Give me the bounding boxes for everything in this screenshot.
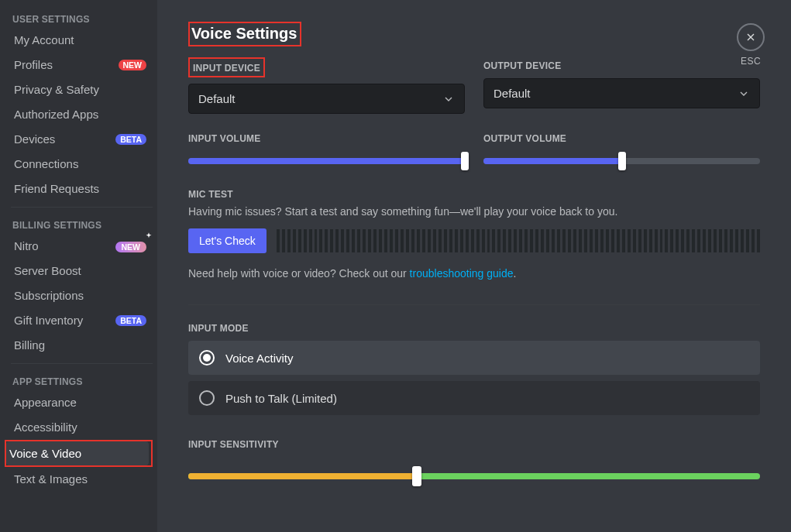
highlight-annotation: Voice & Video: [5, 440, 153, 467]
sidebar-item-label: Voice & Video: [9, 447, 81, 460]
sidebar-item-label: Privacy & Safety: [14, 83, 99, 96]
radio-icon: [199, 390, 215, 406]
sidebar-item-voice-video[interactable]: Voice & Video: [6, 441, 149, 465]
help-text-pre: Need help with voice or video? Check out…: [188, 267, 410, 280]
sidebar-item-gift-inventory[interactable]: Gift Inventory BETA: [11, 308, 153, 332]
sidebar-item-label: Text & Images: [14, 472, 88, 486]
sidebar-item-label: Gift Inventory: [14, 314, 83, 327]
sidebar-item-label: Accessibility: [14, 420, 77, 434]
sidebar-item-label: Devices: [14, 132, 55, 146]
chevron-down-icon: [442, 93, 455, 105]
sidebar-header-app: APP SETTINGS: [11, 370, 153, 390]
output-volume-slider[interactable]: [483, 153, 760, 170]
page-title: Voice Settings: [190, 23, 300, 45]
input-sensitivity-slider[interactable]: [188, 473, 760, 479]
sidebar-item-nitro[interactable]: Nitro NEW: [11, 234, 153, 258]
sidebar-item-appearance[interactable]: Appearance: [11, 390, 153, 414]
input-mode-label: INPUT MODE: [188, 323, 249, 334]
nitro-badge-wrap: NEW: [115, 239, 147, 252]
beta-badge: BETA: [115, 134, 146, 145]
sidebar-item-privacy[interactable]: Privacy & Safety: [11, 77, 153, 101]
sidebar-item-label: Profiles: [14, 58, 53, 71]
input-device-label: INPUT DEVICE: [193, 63, 260, 74]
sidebar-header-user: USER SETTINGS: [11, 8, 153, 28]
mic-test-description: Having mic issues? Start a test and say …: [188, 205, 760, 218]
output-device-label: OUTPUT DEVICE: [483, 57, 561, 71]
radio-icon: [199, 350, 215, 366]
sparkle-icon: [143, 232, 154, 242]
sidebar-item-devices[interactable]: Devices BETA: [11, 127, 153, 151]
sidebar-item-label: My Account: [14, 33, 74, 46]
sidebar-item-apps[interactable]: Authorized Apps: [11, 102, 153, 126]
settings-main: Voice Settings INPUT DEVICE Default OUTP…: [157, 0, 791, 532]
sidebar-item-account[interactable]: My Account: [11, 28, 153, 52]
close-label: ESC: [737, 56, 765, 67]
sidebar-item-accessibility[interactable]: Accessibility: [11, 415, 153, 439]
sidebar-item-subscriptions[interactable]: Subscriptions: [11, 283, 153, 307]
highlight-annotation: Voice Settings: [188, 22, 301, 46]
beta-badge: BETA: [115, 315, 146, 326]
input-mode-voice-activity[interactable]: Voice Activity: [188, 341, 760, 375]
new-badge: NEW: [115, 242, 147, 252]
sidebar-item-label: Server Boost: [14, 264, 81, 277]
highlight-annotation: INPUT DEVICE: [188, 57, 265, 77]
close-settings: ESC: [737, 23, 765, 67]
close-button[interactable]: [737, 23, 765, 51]
settings-sidebar: USER SETTINGS My Account Profiles NEW Pr…: [0, 0, 157, 532]
sidebar-divider: [11, 363, 153, 364]
input-volume-slider[interactable]: [188, 153, 465, 170]
sidebar-item-label: Friend Requests: [14, 182, 99, 195]
sidebar-item-label: Authorized Apps: [14, 108, 98, 121]
sidebar-header-billing: BILLING SETTINGS: [11, 214, 153, 234]
lets-check-button[interactable]: Let's Check: [188, 228, 267, 253]
section-divider: [188, 304, 760, 305]
close-icon: [745, 31, 757, 43]
new-badge: NEW: [119, 60, 147, 70]
sidebar-item-label: Nitro: [14, 239, 39, 252]
input-device-select[interactable]: Default: [188, 84, 465, 114]
sidebar-item-profiles[interactable]: Profiles NEW: [11, 53, 153, 77]
radio-label: Voice Activity: [225, 352, 294, 365]
output-volume-label: OUTPUT VOLUME: [483, 133, 566, 144]
page-title-wrap: Voice Settings: [188, 22, 760, 46]
sidebar-item-label: Subscriptions: [14, 289, 84, 302]
mic-level-meter: [276, 229, 760, 252]
input-mode-push-to-talk[interactable]: Push to Talk (Limited): [188, 381, 760, 415]
sidebar-item-label: Billing: [14, 338, 45, 352]
sidebar-item-connections[interactable]: Connections: [11, 152, 153, 176]
help-text-post: .: [514, 267, 517, 280]
output-device-select[interactable]: Default: [483, 78, 760, 108]
input-volume-label: INPUT VOLUME: [188, 133, 261, 144]
select-value: Default: [494, 87, 531, 100]
sidebar-item-server-boost[interactable]: Server Boost: [11, 259, 153, 283]
select-value: Default: [198, 92, 236, 105]
sidebar-item-text-images[interactable]: Text & Images: [11, 467, 153, 491]
sidebar-divider: [11, 207, 153, 208]
sidebar-item-friend-requests[interactable]: Friend Requests: [11, 177, 153, 201]
chevron-down-icon: [738, 88, 750, 100]
input-sensitivity-label: INPUT SENSITIVITY: [188, 439, 279, 450]
troubleshooting-link[interactable]: troubleshooting guide: [410, 267, 514, 280]
sidebar-item-label: Appearance: [14, 396, 77, 409]
sidebar-item-billing[interactable]: Billing: [11, 333, 153, 357]
radio-label: Push to Talk (Limited): [225, 392, 337, 405]
mic-test-label: MIC TEST: [188, 189, 233, 200]
sidebar-item-label: Connections: [14, 157, 78, 170]
help-text: Need help with voice or video? Check out…: [188, 267, 760, 280]
